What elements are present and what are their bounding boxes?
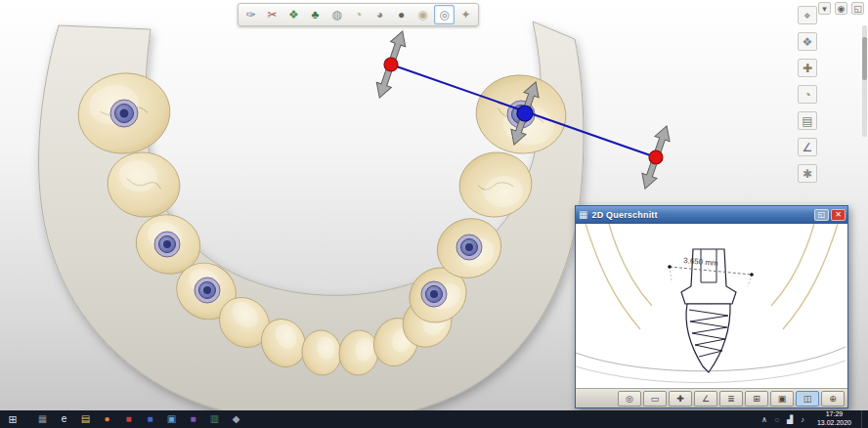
angle-button[interactable]: ∠ — [694, 391, 717, 407]
taskbar-app-icon: ■ — [125, 414, 131, 424]
window-title: 2D Querschnitt — [591, 210, 810, 220]
save-view-button[interactable]: ▣ — [770, 391, 794, 407]
layers-button[interactable]: ≣ — [719, 391, 743, 407]
mesh-tool-icon[interactable]: ❖ — [798, 32, 817, 51]
tooth-occlusal-icon[interactable]: ◔ — [348, 5, 369, 24]
taskbar-app-red[interactable]: ■ — [121, 412, 136, 427]
implant-hole[interactable] — [154, 232, 180, 257]
tray-cloud-icon[interactable]: ◌ — [772, 415, 782, 424]
taskbar-app-green[interactable]: ▥ — [207, 412, 222, 427]
start-button[interactable]: ⊞ — [0, 410, 25, 428]
settings-icon[interactable]: ✱ — [798, 164, 817, 183]
implant-hole[interactable] — [421, 281, 447, 307]
toolbar-icon-glyph: ❖ — [288, 8, 299, 21]
taskbar-app-lightblue[interactable]: ▣ — [164, 412, 179, 427]
pin-window-button[interactable]: ◱ — [814, 209, 829, 221]
tooth-buccal-icon[interactable]: ● — [391, 5, 412, 24]
tray-network-icon[interactable]: ▟ — [785, 415, 795, 424]
tooth-library-icon[interactable]: ◔ — [798, 85, 817, 104]
toolbar-icon-glyph: ✑ — [245, 8, 255, 21]
taskbar-firefox-icon[interactable]: ● — [100, 412, 114, 427]
taskbar-clock[interactable]: 17:29 13.02.2020 — [812, 410, 856, 428]
tooth-selected-icon[interactable]: ◎ — [434, 5, 455, 24]
camera-button[interactable]: ⊕ — [821, 391, 845, 407]
window-toolbar-icon: ≣ — [727, 394, 735, 404]
toolbar-icon-glyph: ✂ — [267, 8, 277, 21]
grip-tool-icon[interactable]: ⌖ — [798, 6, 817, 24]
right-panel-scrollbar[interactable] — [862, 25, 867, 137]
measure-handle-end[interactable] — [649, 150, 663, 164]
show-desktop-button[interactable] — [861, 410, 866, 428]
taskbar-app-icon: ◆ — [233, 414, 240, 424]
scan-data-icon[interactable]: ◍ — [326, 5, 347, 24]
panel-icon-glyph: ◔ — [803, 88, 810, 102]
tooth-lingual-icon[interactable]: ◉ — [412, 5, 433, 24]
camera-view-icon[interactable]: ◉ — [835, 2, 847, 15]
cross-section-view[interactable]: 3.650 mm — [576, 223, 847, 388]
measurement-label: 3.650 mm — [683, 256, 719, 268]
implant-center-handle[interactable] — [517, 106, 533, 121]
jaw-3d-model[interactable] — [0, 0, 645, 428]
section-tool-button[interactable]: ◫ — [796, 391, 819, 407]
toolbar-icon-glyph: ● — [398, 8, 405, 21]
toolbar-icon-glyph: ✦ — [460, 8, 470, 21]
taskbar-app-icon: ▥ — [210, 414, 219, 424]
implant-planning-icon[interactable]: ❖ — [283, 5, 304, 24]
taskbar-app-icon: ▣ — [167, 414, 176, 424]
measure-handle-start[interactable] — [384, 58, 398, 71]
collapse-panel-icon[interactable]: ▾ — [818, 2, 831, 15]
ruler-button[interactable]: ▭ — [643, 391, 667, 407]
taskbar-app-browser[interactable]: e — [57, 412, 71, 427]
taskbar-folder-icon[interactable]: ▤ — [78, 412, 93, 427]
corner-icon-glyph: ◉ — [838, 4, 846, 14]
screw-tool-icon[interactable]: ✚ — [798, 59, 817, 77]
dental-cad-viewport: ✑ ✂ ❖ ♣ ◍ ◔ ◕ — [0, 0, 868, 428]
taskbar-app-icon: ▤ — [81, 414, 90, 424]
window-titlebar[interactable]: ▦ 2D Querschnitt ◱ ✕ — [576, 206, 847, 223]
taskbar-app-icon: e — [62, 414, 67, 424]
panel-icon-glyph: ⌖ — [804, 9, 811, 22]
window-icon: ▦ — [579, 209, 587, 220]
panel-icon-glyph: ▤ — [802, 114, 812, 128]
taskbar-app-gray[interactable]: ◆ — [229, 412, 243, 427]
pin-panel-icon[interactable]: ◱ — [851, 2, 864, 15]
taskbar-app-cad[interactable]: ▦ — [35, 412, 50, 427]
tray-volume-icon[interactable]: ♪ — [798, 415, 807, 424]
window-toolbar-icon: ⊕ — [829, 394, 837, 404]
implant-hole[interactable] — [110, 100, 138, 127]
implant-hole[interactable] — [195, 278, 220, 303]
implant-hole[interactable] — [456, 235, 482, 260]
window-toolbar-icon: ▭ — [651, 394, 660, 404]
taskbar-app-blue[interactable]: ■ — [143, 412, 157, 427]
view-toolbar: ✑ ✂ ❖ ♣ ◍ ◔ ◕ — [238, 3, 479, 26]
window-toolbar-icon: ◫ — [803, 394, 812, 404]
close-window-button[interactable]: ✕ — [831, 209, 846, 221]
window-buttons: ◱ ✕ — [814, 209, 846, 221]
implant-view-button[interactable]: ✚ — [669, 391, 692, 407]
smile-design-icon[interactable]: ✦ — [456, 5, 476, 24]
cross-section-toolbar: ◎ ▭ ✚ ∠ ≣ ⊞ — [576, 388, 847, 407]
panel-icon-glyph: ✚ — [803, 62, 812, 75]
windows-taskbar: ⊞ ▦ e ▤ ● ■ — [0, 410, 868, 428]
toolbar-icon-glyph: ◕ — [376, 8, 383, 21]
tooth-mesial-icon[interactable]: ◕ — [369, 5, 390, 24]
zoom-button[interactable]: ◎ — [618, 391, 641, 407]
panel-corner-controls: ▾ ◉ ◱ — [818, 2, 864, 15]
taskbar-app-icon: ■ — [190, 414, 195, 424]
cross-section-drawing: 3.650 mm — [576, 224, 846, 388]
model-tree-icon[interactable]: ♣ — [305, 5, 326, 24]
scrollbar-thumb[interactable] — [862, 37, 867, 80]
probe-tool-icon[interactable]: ✑ — [240, 5, 261, 24]
taskbar-app-icon: ▦ — [38, 414, 47, 424]
taskbar-app-icon: ● — [104, 414, 109, 424]
tray-chevron-icon[interactable]: ∧ — [760, 415, 769, 424]
taskbar-app-purple[interactable]: ■ — [186, 412, 200, 427]
window-toolbar-icon: ∠ — [702, 394, 710, 404]
grid-button[interactable]: ⊞ — [745, 391, 768, 407]
toolbar-icon-glyph: ◎ — [439, 8, 449, 21]
material-icon[interactable]: ▤ — [798, 111, 817, 130]
panel-icon-glyph: ❖ — [803, 35, 813, 49]
window-toolbar-icon: ⊞ — [753, 394, 760, 404]
cut-tool-icon[interactable]: ✂ — [262, 5, 282, 24]
measure-icon[interactable]: ∠ — [798, 138, 817, 156]
